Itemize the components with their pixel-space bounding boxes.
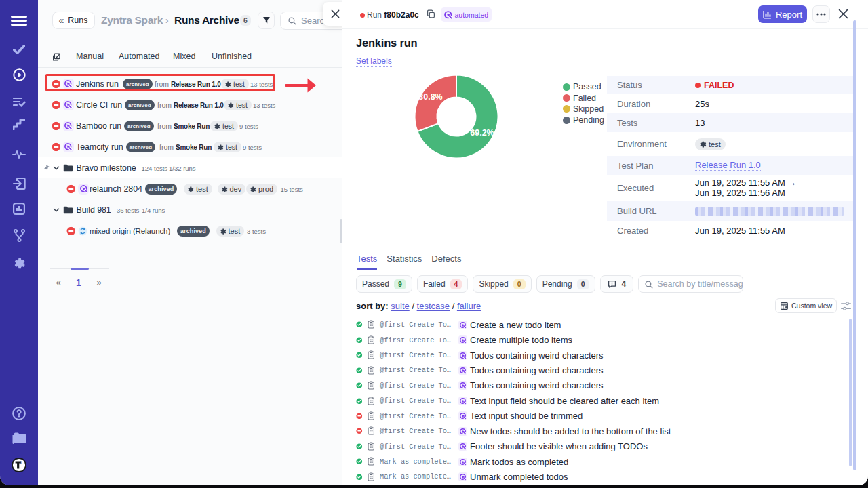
svg-text:30.8%: 30.8% xyxy=(418,92,442,102)
svg-text:69.2%: 69.2% xyxy=(470,128,494,138)
